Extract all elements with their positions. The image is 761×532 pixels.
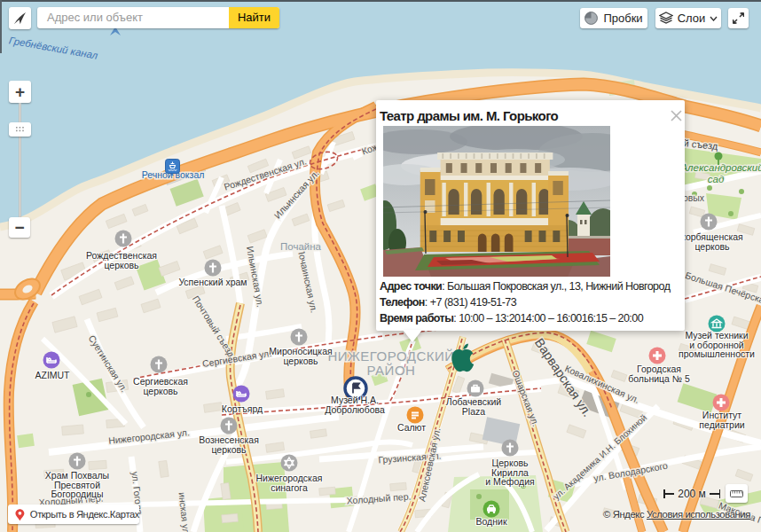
svg-text:овых: овых (683, 192, 705, 203)
svg-text:сад: сад (708, 174, 725, 184)
svg-text:РАЙОН: РАЙОН (367, 363, 416, 378)
svg-text:Ильинская ул.: Ильинская ул. (245, 246, 266, 308)
svg-text:НИЖЕГОРОДСКИЙ: НИЖЕГОРОДСКИЙ (327, 348, 454, 364)
svg-text:Почаинская ул.: Почаинская ул. (295, 246, 319, 314)
svg-text:Александровский: Александровский (679, 162, 761, 173)
svg-text:й съезд: й съезд (683, 137, 718, 152)
svg-text:Суетинская ул.: Суетинская ул. (86, 333, 129, 394)
svg-text:Алексеевская ул.: Алексеевская ул. (416, 426, 442, 502)
svg-text:инская ул.: инская ул. (177, 491, 192, 532)
svg-text:ул. Володарского: ул. Володарского (592, 460, 668, 484)
svg-text:ул. Академика И.Н. Блохиной: ул. Академика И.Н. Блохиной (552, 412, 649, 501)
svg-text:Большая Печёрская: Большая Печёрская (684, 270, 761, 307)
svg-text:Нижегородская ул.: Нижегородская ул. (108, 426, 191, 446)
svg-text:Сергиевская ул.: Сергиевская ул. (201, 348, 272, 369)
svg-text:Гребнёвский канал: Гребнёвский канал (8, 35, 99, 61)
svg-text:Почтовый съезд: Почтовый съезд (191, 293, 237, 359)
svg-text:Холодный пер.: Холодный пер. (346, 490, 412, 505)
svg-text:Ильинская ул.: Ильинская ул. (271, 168, 320, 221)
svg-text:Ошарская ул.: Ошарская ул. (510, 369, 541, 428)
svg-text:Почайна: Почайна (280, 241, 322, 252)
